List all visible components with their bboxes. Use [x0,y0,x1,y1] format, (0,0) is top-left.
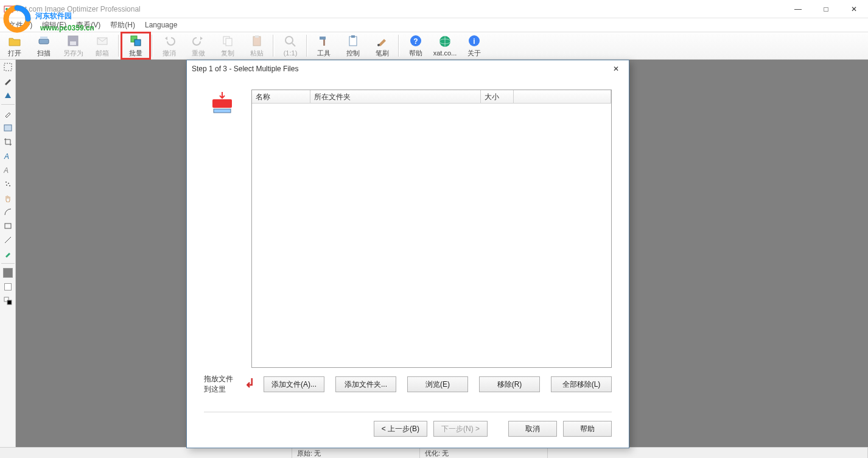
menu-edit[interactable]: 编辑(E) [37,19,71,32]
hammer-icon [317,34,331,48]
remove-all-button[interactable]: 全部移除(L) [551,376,612,392]
tb-control[interactable]: 控制 [338,32,368,59]
menu-language[interactable]: Language [140,19,182,30]
svg-rect-12 [253,37,261,46]
menu-help[interactable]: 帮助(H) [105,19,140,32]
tb-saveas[interactable]: 另存为 [58,32,88,59]
batch-dialog: Step 1 of 3 - Select Multiple Files ✕ 名称… [186,60,629,448]
tool-text-icon[interactable]: A [2,150,14,162]
tb-mail[interactable]: 邮箱 [88,32,117,59]
svg-point-30 [5,181,7,183]
svg-rect-36 [7,300,12,305]
svg-point-33 [9,185,10,186]
status-left [0,448,292,458]
compress-icon [204,90,240,368]
tb-brush[interactable]: 笔刷 [368,32,397,59]
tb-one-to-one[interactable]: (1:1) [276,32,305,59]
status-spacer [548,448,868,458]
svg-rect-34 [5,224,11,228]
remove-button[interactable]: 移除(R) [479,376,540,392]
table-body[interactable] [252,104,611,367]
toolbox-separator [1,104,15,105]
tb-scan[interactable]: 扫描 [29,32,58,59]
globe-icon [438,35,452,48]
tool-arc-icon[interactable] [2,206,14,218]
close-button[interactable]: ✕ [840,0,868,18]
tool-image-icon[interactable] [2,122,14,134]
tb-open[interactable]: 打开 [0,32,29,59]
tool-wand-icon[interactable] [2,75,14,87]
tool-hand-icon[interactable] [2,192,14,204]
minimize-button[interactable]: — [784,0,812,18]
tool-line-icon[interactable] [2,234,14,246]
window-title: xat.com Image Optimizer Professional [17,5,141,13]
menu-file[interactable]: 文件(F) [4,19,37,32]
menubar: 文件(F) 编辑(E) 查看(V) 帮助(H) Language [0,18,868,32]
copy-icon [221,34,234,48]
fg-color-swatch[interactable] [2,267,14,279]
help-button[interactable]: 帮助 [563,421,612,437]
undo-icon [163,34,176,48]
brush-icon [376,34,389,48]
tb-undo[interactable]: 撤消 [155,32,184,59]
scanner-icon [37,34,51,48]
add-files-button[interactable]: 添加文件(A)... [264,376,324,392]
add-folder-button[interactable]: 添加文件夹... [335,376,396,392]
svg-point-19 [377,44,380,46]
tb-batch[interactable]: 批量 [121,32,150,59]
paste-icon [250,34,264,48]
tool-eyedropper-icon[interactable] [2,108,14,120]
svg-rect-3 [39,39,49,44]
bg-color-swatch[interactable] [2,281,14,293]
svg-rect-2 [9,8,12,11]
batch-icon [129,34,142,48]
col-blank[interactable] [514,90,611,103]
swap-colors-icon[interactable] [2,295,14,307]
tb-xat[interactable]: xat.co... [430,32,460,59]
svg-rect-38 [214,109,231,113]
tb-tools[interactable]: 工具 [309,32,338,59]
svg-point-32 [6,185,7,186]
maximize-button[interactable]: □ [812,0,840,18]
status-original: 原始: 无 [292,448,420,458]
svg-text:i: i [473,37,475,46]
toolbox-separator [1,263,15,264]
svg-rect-27 [4,125,12,131]
col-name[interactable]: 名称 [252,90,310,103]
tool-selection-icon[interactable] [2,61,14,73]
mail-icon [96,34,109,48]
window-controls: — □ ✕ [784,0,868,18]
tool-rect-icon[interactable] [2,220,14,232]
redo-icon [192,34,205,48]
toolbar-separator [118,35,120,57]
tool-flip-icon[interactable] [2,89,14,101]
wizard-buttons: < 上一步(B) 下一步(N) > 取消 帮助 [204,421,612,442]
tb-about[interactable]: i 关于 [460,32,489,59]
dialog-titlebar[interactable]: Step 1 of 3 - Select Multiple Files ✕ [187,60,629,77]
back-button[interactable]: < 上一步(B) [374,421,427,437]
browse-button[interactable]: 浏览(E) [407,376,468,392]
tb-help[interactable]: ? 帮助 [401,32,430,59]
tool-spray-icon[interactable] [2,178,14,190]
tb-paste[interactable]: 粘贴 [242,32,271,59]
main-toolbar: 打开 扫描 另存为 邮箱 批量 撤消 重做 复制 粘贴 (1:1) 工具 [0,32,868,60]
next-button[interactable]: 下一步(N) > [433,421,488,437]
svg-rect-26 [4,63,12,71]
table-header: 名称 所在文件夹 大小 [252,90,611,104]
folder-open-icon [8,34,21,48]
col-size[interactable]: 大小 [481,90,514,103]
menu-view[interactable]: 查看(V) [71,19,105,32]
tool-crop-icon[interactable] [2,136,14,148]
cancel-button[interactable]: 取消 [508,421,557,437]
svg-point-14 [285,37,293,44]
col-folder[interactable]: 所在文件夹 [310,90,481,103]
svg-rect-9 [135,40,141,46]
tb-copy[interactable]: 复制 [213,32,242,59]
tool-brush-icon[interactable] [2,248,14,260]
dialog-body: 名称 所在文件夹 大小 拖放文件到这里 ↲ 添加文件(A)... 添加文件夹..… [187,77,629,448]
svg-rect-17 [349,37,357,46]
tb-redo[interactable]: 重做 [184,32,213,59]
dialog-close-button[interactable]: ✕ [608,65,624,73]
info-icon: i [467,34,481,48]
tool-text2-icon[interactable]: A [2,164,14,176]
